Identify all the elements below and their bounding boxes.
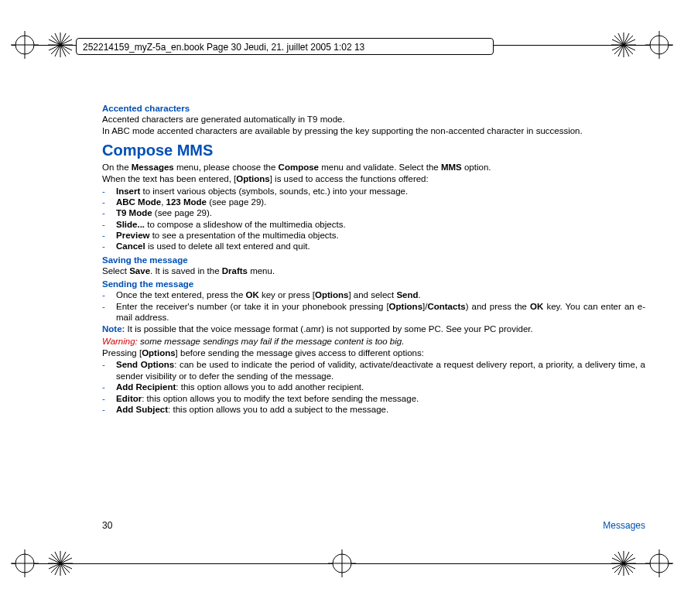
starburst-icon [610, 549, 638, 577]
svg-point-19 [650, 36, 669, 54]
bullet-dash: - [102, 197, 105, 207]
svg-line-17 [612, 39, 635, 50]
crosshair-icon [11, 31, 39, 59]
warning-body: some message sendings may fail if the me… [138, 337, 405, 346]
list-item-text: Add Recipient: this option allows you to… [116, 382, 364, 392]
list-item-text: Slide... to compose a slideshow of the m… [116, 220, 346, 229]
svg-line-29 [55, 552, 66, 575]
svg-line-43 [612, 558, 635, 569]
svg-line-10 [49, 39, 72, 50]
para-accented-2: In ABC mode accented characters are avai… [102, 125, 645, 136]
page-footer: 30 Messages [102, 520, 645, 531]
list-item-text: Once the text entered, press the OK key … [116, 290, 421, 299]
send-steps-list: -Once the text entered, press the OK key… [102, 289, 645, 323]
svg-line-13 [614, 36, 633, 54]
list-item-text: T9 Mode (see page 29). [116, 208, 212, 217]
bullet-dash: - [102, 301, 105, 312]
list-item: -Insert to insert various objects (symbo… [102, 186, 645, 197]
bullet-dash: - [102, 382, 105, 392]
svg-point-44 [650, 554, 669, 573]
svg-line-42 [612, 558, 635, 569]
bullet-dash: - [102, 207, 105, 218]
bullet-dash: - [102, 241, 105, 252]
list-item: -T9 Mode (see page 29). [102, 207, 645, 218]
crosshair-icon [645, 31, 673, 59]
crop-hline-bottom [12, 563, 672, 564]
list-item-text: Send Options: can be used to indicate th… [116, 360, 645, 380]
bullet-dash: - [102, 393, 105, 404]
svg-line-41 [618, 552, 629, 575]
svg-line-40 [618, 552, 629, 575]
para-compose-intro2: When the text has been entered, [Options… [102, 173, 645, 184]
svg-line-27 [51, 554, 70, 573]
note-label: Note: [102, 324, 125, 334]
page-content: Accented characters Accented characters … [102, 101, 645, 415]
list-item: -Editor: this option allows you to modif… [102, 393, 645, 404]
list-item: -Once the text entered, press the OK key… [102, 289, 645, 300]
bullet-dash: - [102, 230, 105, 241]
svg-line-5 [51, 36, 70, 54]
svg-line-30 [55, 552, 66, 575]
svg-line-38 [614, 554, 633, 573]
svg-line-9 [49, 39, 72, 50]
svg-line-8 [55, 33, 66, 56]
list-item: -Preview to see a presentation of the mu… [102, 230, 645, 241]
para-note: Note: It is possible that the voice mess… [102, 323, 645, 334]
svg-point-33 [333, 554, 351, 573]
bullet-dash: - [102, 404, 105, 415]
note-body: It is possible that the voice message fo… [125, 324, 532, 334]
list-item: -Send Options: can be used to indicate t… [102, 359, 645, 382]
svg-line-14 [614, 36, 633, 54]
bullet-dash: - [102, 219, 105, 230]
list-item: -Slide... to compose a slideshow of the … [102, 219, 645, 230]
list-item-text: Editor: this option allows you to modify… [116, 394, 419, 403]
heading-saving: Saving the message [102, 255, 645, 265]
list-item-text: Insert to insert various objects (symbol… [116, 187, 408, 196]
list-item: -ABC Mode, 123 Mode (see page 29). [102, 197, 645, 207]
list-item: -Enter the receiver's number (or take it… [102, 301, 645, 323]
warning-label: Warning: [102, 337, 138, 346]
list-item-text: Cancel is used to delete all text entere… [116, 241, 310, 251]
heading-sending: Sending the message [102, 279, 645, 289]
bullet-dash: - [102, 289, 105, 300]
compose-options-list: -Insert to insert various objects (symbo… [102, 186, 645, 252]
starburst-icon [610, 31, 638, 59]
svg-line-39 [614, 554, 633, 573]
crop-marks-bottom [0, 549, 684, 580]
list-item-text: ABC Mode, 123 Mode (see page 29). [116, 197, 266, 207]
footer-label: Messages [603, 520, 645, 531]
para-saving: Select Save. It is saved in the Drafts m… [102, 265, 645, 276]
starburst-icon [46, 549, 74, 577]
svg-line-28 [51, 554, 70, 573]
list-item-text: Preview to see a presentation of the mul… [116, 231, 339, 240]
svg-line-32 [49, 558, 72, 569]
list-item: -Add Recipient: this option allows you t… [102, 382, 645, 392]
svg-line-16 [618, 33, 629, 56]
page-number: 30 [102, 520, 112, 531]
heading-accented: Accented characters [102, 104, 645, 113]
svg-line-31 [49, 558, 72, 569]
list-item-text: Enter the receiver's number (or take it … [116, 302, 645, 322]
list-item: -Add Subject: this option allows you to … [102, 404, 645, 415]
svg-line-18 [612, 39, 635, 50]
svg-line-6 [51, 36, 70, 54]
svg-line-15 [618, 33, 629, 56]
para-warning: Warning: some message sendings may fail … [102, 336, 645, 347]
crosshair-icon [328, 549, 356, 577]
list-item: -Cancel is used to delete all text enter… [102, 241, 645, 252]
para-compose-intro: On the Messages menu, please choose the … [102, 162, 645, 173]
crosshair-icon [645, 549, 673, 577]
para-press-options: Pressing [Options] before sending the me… [102, 347, 645, 358]
para-accented-1: Accented characters are generated automa… [102, 114, 645, 125]
bullet-dash: - [102, 359, 105, 370]
svg-point-0 [15, 36, 34, 54]
header-info-box: 252214159_myZ-5a_en.book Page 30 Jeudi, … [76, 38, 494, 55]
starburst-icon [46, 31, 74, 59]
heading-compose-mms: Compose MMS [102, 142, 645, 159]
svg-line-7 [55, 33, 66, 56]
list-item-text: Add Subject: this option allows you to a… [116, 405, 388, 414]
bullet-dash: - [102, 186, 105, 197]
crosshair-icon [11, 549, 39, 577]
send-options-list: -Send Options: can be used to indicate t… [102, 359, 645, 415]
svg-point-22 [15, 554, 34, 573]
